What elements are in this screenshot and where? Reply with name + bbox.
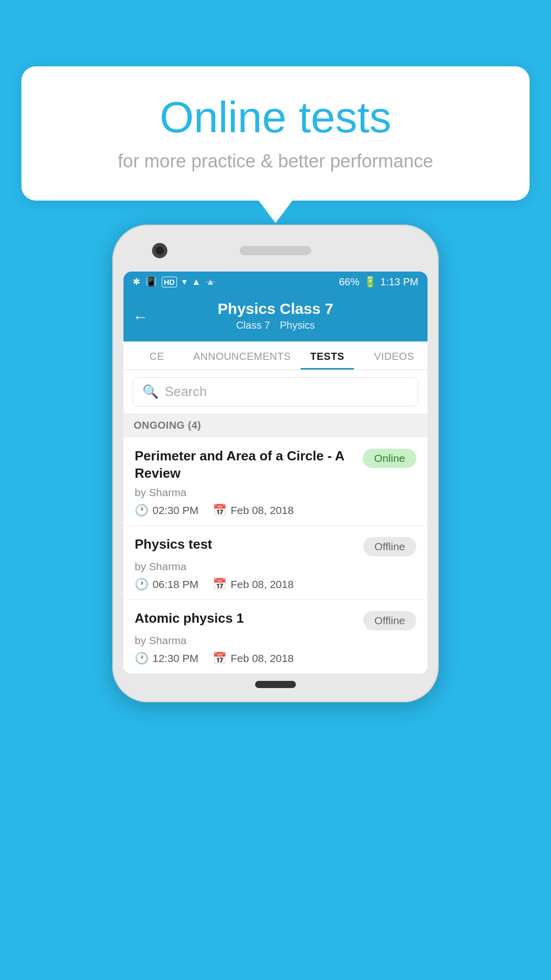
- tab-bar: CE ANNOUNCEMENTS TESTS VIDEOS: [123, 341, 428, 370]
- time: 1:13 PM: [381, 276, 418, 288]
- test-title: Atomic physics 1: [135, 610, 363, 627]
- test-date: 📅 Feb 08, 2018: [213, 578, 294, 591]
- promo-title: Online tests: [52, 93, 499, 141]
- search-placeholder: Search: [165, 384, 207, 400]
- test-meta: 🕐 02:30 PM 📅 Feb 08, 2018: [135, 504, 416, 517]
- test-meta: 🕐 12:30 PM 📅 Feb 08, 2018: [135, 652, 416, 665]
- calendar-icon: 📅: [213, 578, 227, 591]
- test-item-top: Atomic physics 1 Offline: [135, 610, 416, 630]
- tab-tests[interactable]: TESTS: [294, 341, 361, 370]
- battery-icon: 🔋: [364, 276, 377, 288]
- test-time: 🕐 02:30 PM: [135, 504, 198, 517]
- header-subject: Physics: [280, 320, 315, 331]
- header-class: Class 7: [236, 320, 270, 331]
- test-item[interactable]: Atomic physics 1 Offline by Sharma 🕐 12:…: [123, 600, 428, 674]
- test-author: by Sharma: [135, 560, 416, 573]
- status-badge: Offline: [363, 611, 416, 630]
- test-item[interactable]: Physics test Offline by Sharma 🕐 06:18 P…: [123, 526, 428, 600]
- test-item-top: Perimeter and Area of a Circle - A Revie…: [135, 448, 416, 482]
- camera-lens: [156, 247, 164, 255]
- test-title: Physics test: [135, 536, 363, 553]
- promo-card: Online tests for more practice & better …: [21, 66, 530, 201]
- tab-videos[interactable]: VIDEOS: [361, 341, 428, 370]
- signal-x-icon: ▲: [206, 277, 215, 287]
- clock-icon: 🕐: [135, 652, 148, 665]
- tab-ce[interactable]: CE: [123, 341, 190, 370]
- header-title: Physics Class 7: [154, 300, 397, 317]
- battery-percent: 66%: [339, 276, 359, 288]
- phone-mockup: ✱ 📳 HD ▾ ▲ ▲ 66% 🔋 1:13 PM ← Physics Cla…: [112, 225, 439, 702]
- app-header: ← Physics Class 7 Class 7 Physics: [123, 292, 428, 341]
- status-badge: Online: [363, 449, 416, 468]
- vibrate-icon: 📳: [145, 276, 157, 287]
- status-badge: Offline: [363, 537, 416, 556]
- bluetooth-icon: ✱: [133, 276, 140, 287]
- search-input-wrap[interactable]: 🔍 Search: [133, 377, 418, 406]
- camera-cutout: [152, 243, 167, 258]
- search-bar: 🔍 Search: [123, 370, 428, 413]
- back-button[interactable]: ←: [133, 308, 148, 326]
- hd-icon: HD: [162, 277, 177, 287]
- test-item[interactable]: Perimeter and Area of a Circle - A Revie…: [123, 437, 428, 526]
- test-author: by Sharma: [135, 486, 416, 499]
- test-date: 📅 Feb 08, 2018: [213, 652, 294, 665]
- test-meta: 🕐 06:18 PM 📅 Feb 08, 2018: [135, 578, 416, 591]
- test-time: 🕐 06:18 PM: [135, 578, 198, 591]
- status-right: 66% 🔋 1:13 PM: [339, 276, 418, 288]
- signal-icon: ▲: [192, 277, 201, 287]
- test-title: Perimeter and Area of a Circle - A Revie…: [135, 448, 363, 482]
- status-bar: ✱ 📳 HD ▾ ▲ ▲ 66% 🔋 1:13 PM: [123, 272, 428, 292]
- status-left-icons: ✱ 📳 HD ▾ ▲ ▲: [133, 276, 215, 287]
- clock-icon: 🕐: [135, 504, 148, 517]
- header-subtitle: Class 7 Physics: [154, 320, 397, 331]
- tab-announcements[interactable]: ANNOUNCEMENTS: [190, 341, 294, 370]
- phone-speaker: [240, 246, 311, 255]
- phone-top: [123, 237, 428, 264]
- calendar-icon: 📅: [213, 504, 227, 517]
- phone-screen: ✱ 📳 HD ▾ ▲ ▲ 66% 🔋 1:13 PM ← Physics Cla…: [123, 272, 428, 674]
- calendar-icon: 📅: [213, 652, 227, 665]
- search-icon: 🔍: [142, 384, 159, 400]
- phone-outer: ✱ 📳 HD ▾ ▲ ▲ 66% 🔋 1:13 PM ← Physics Cla…: [112, 225, 439, 702]
- test-author: by Sharma: [135, 634, 416, 647]
- test-date: 📅 Feb 08, 2018: [213, 504, 294, 517]
- test-time: 🕐 12:30 PM: [135, 652, 198, 665]
- clock-icon: 🕐: [135, 578, 148, 591]
- ongoing-section-header: ONGOING (4): [123, 413, 428, 437]
- home-indicator: [255, 681, 296, 688]
- test-item-top: Physics test Offline: [135, 536, 416, 556]
- promo-subtitle: for more practice & better performance: [52, 151, 499, 172]
- wifi-icon: ▾: [182, 276, 187, 287]
